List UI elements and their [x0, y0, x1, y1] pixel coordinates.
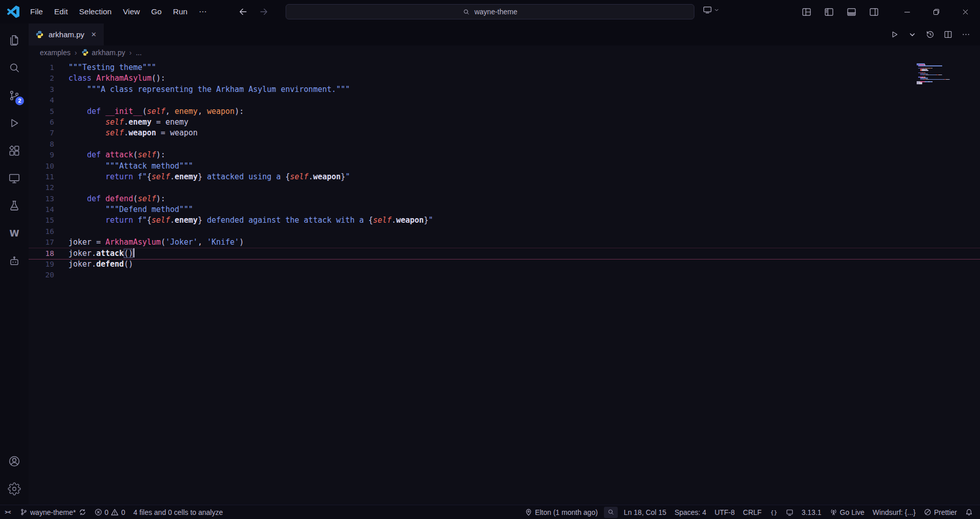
sidebar-left-icon [824, 7, 834, 17]
run-button[interactable] [890, 30, 899, 39]
status-search-toggle[interactable] [604, 507, 618, 518]
line-content [54, 139, 68, 150]
code-line-14[interactable]: 14 """Defend method""" [29, 204, 980, 215]
code-line-10[interactable]: 10 """Attack method""" [29, 161, 980, 172]
code-line-9[interactable]: 9 def attack(self): [29, 150, 980, 160]
minimap[interactable] [917, 63, 971, 86]
code-line-3[interactable]: 3 """A class representing the Arkham Asy… [29, 84, 980, 95]
code-line-17[interactable]: 17joker = ArkhamAsylum('Joker', 'Knife') [29, 237, 980, 248]
tab-bar: arkham.py✕ [29, 23, 980, 45]
menu-more[interactable]: ⋯ [193, 0, 213, 23]
code-line-1[interactable]: 1"""Testing theme""" [29, 62, 980, 73]
kernel-icon [786, 508, 794, 516]
line-number: 19 [29, 259, 54, 270]
remote-icon: >< [4, 508, 12, 516]
status-prettier[interactable]: Prettier [920, 505, 961, 519]
activity-cascade[interactable] [0, 247, 29, 275]
breadcrumb-arkhampy[interactable]: arkham.py [81, 49, 125, 57]
code-line-2[interactable]: 2class ArkhamAsylum(): [29, 73, 980, 84]
status-go-live[interactable]: Go Live [826, 505, 869, 519]
chevron-down-button[interactable] [907, 30, 917, 39]
activity-source-control[interactable]: 2 [0, 82, 29, 109]
wakatime-icon: W [8, 227, 21, 240]
status-bar: ><wayne-theme*004 files and 0 cells to a… [0, 505, 980, 519]
status-problems[interactable]: 00 [90, 505, 130, 519]
line-number: 15 [29, 215, 54, 226]
status-analysis[interactable]: 4 files and 0 cells to analyze [129, 505, 227, 519]
breadcrumb-examples[interactable]: examples [40, 49, 71, 57]
status-notifications[interactable] [961, 505, 977, 519]
activity-search[interactable] [0, 54, 29, 82]
activity-settings[interactable] [0, 475, 29, 503]
status-python-version[interactable]: 3.13.1 [798, 505, 826, 519]
menu-go[interactable]: Go [146, 0, 168, 23]
activity-extensions[interactable] [0, 137, 29, 164]
gear-icon [8, 482, 21, 496]
code-line-4[interactable]: 4 [29, 95, 980, 106]
menu-selection[interactable]: Selection [74, 0, 118, 23]
sidebar-left-button[interactable] [821, 4, 836, 19]
screencast-button[interactable] [703, 5, 720, 15]
code-line-19[interactable]: 19joker.defend() [29, 259, 980, 270]
menu-view[interactable]: View [117, 0, 145, 23]
menu-run[interactable]: Run [167, 0, 193, 23]
back-button[interactable] [237, 5, 250, 18]
breadcrumb-label: arkham.py [92, 49, 125, 57]
code-line-18[interactable]: 18joker.attack() [29, 248, 980, 259]
line-number: 4 [29, 95, 54, 106]
status-eol[interactable]: CRLF [739, 505, 766, 519]
forward-button[interactable] [257, 5, 270, 18]
customize-layout-button[interactable] [799, 4, 814, 19]
activity-remote-explorer[interactable] [0, 164, 29, 192]
activity-testing[interactable] [0, 192, 29, 220]
code-line-11[interactable]: 11 return f"{self.enemy} attacked using … [29, 172, 980, 182]
activity-explorer[interactable] [0, 27, 29, 54]
status-remote[interactable]: >< [0, 505, 16, 519]
code-line-7[interactable]: 7 self.weapon = weapon [29, 128, 980, 138]
tab-arkham.py[interactable]: arkham.py✕ [29, 23, 104, 45]
code-line-12[interactable]: 12 [29, 182, 980, 193]
status-encoding[interactable]: UTF-8 [710, 505, 739, 519]
ellipsis-button[interactable] [961, 30, 971, 39]
line-number: 5 [29, 106, 54, 117]
status-windsurf[interactable]: Windsurf: {...} [869, 505, 920, 519]
status-kernel[interactable] [782, 505, 798, 519]
activity-accounts[interactable] [0, 447, 29, 475]
history-button[interactable] [925, 30, 935, 39]
code-line-5[interactable]: 5 def __init__(self, enemy, weapon): [29, 106, 980, 117]
code-line-6[interactable]: 6 self.enemy = enemy [29, 117, 980, 128]
status-cursor-position[interactable]: Ln 18, Col 15 [620, 505, 670, 519]
chevron-down-icon [907, 30, 917, 39]
activity-run-and-debug[interactable] [0, 109, 29, 137]
prettier-icon [924, 508, 931, 516]
search-input[interactable]: wayne-theme [286, 4, 694, 19]
panel-button[interactable] [844, 4, 859, 19]
line-number: 7 [29, 128, 54, 138]
restore-button[interactable] [922, 0, 951, 23]
activity-bar: 2W [0, 23, 29, 505]
close-button[interactable] [951, 0, 980, 23]
menu-file[interactable]: File [25, 0, 49, 23]
code-editor[interactable]: 1"""Testing theme"""2class ArkhamAsylum(… [29, 59, 980, 505]
code-line-8[interactable]: 8 [29, 139, 980, 150]
line-number: 11 [29, 172, 54, 182]
nav-arrows [237, 5, 270, 18]
status-braces[interactable]: {} [766, 505, 782, 519]
code-line-16[interactable]: 16 [29, 226, 980, 237]
breadcrumb-more[interactable]: ... [136, 49, 142, 57]
activity-wakatime[interactable]: W [0, 220, 29, 247]
code-line-13[interactable]: 13 def defend(self): [29, 194, 980, 204]
close-tab-icon[interactable]: ✕ [91, 31, 97, 38]
split-editor-button[interactable] [943, 30, 953, 39]
status-indentation[interactable]: Spaces: 4 [670, 505, 710, 519]
status-branch[interactable]: wayne-theme* [16, 505, 90, 519]
line-content [54, 270, 68, 280]
minimize-button[interactable] [893, 0, 922, 23]
code-line-20[interactable]: 20 [29, 270, 980, 280]
status-blame[interactable]: Elton (1 month ago) [521, 505, 602, 519]
code-line-15[interactable]: 15 return f"{self.enemy} defended agains… [29, 215, 980, 226]
menu-edit[interactable]: Edit [49, 0, 74, 23]
sidebar-right-button[interactable] [866, 4, 881, 19]
run-debug-icon [8, 116, 21, 130]
line-number: 16 [29, 226, 54, 237]
